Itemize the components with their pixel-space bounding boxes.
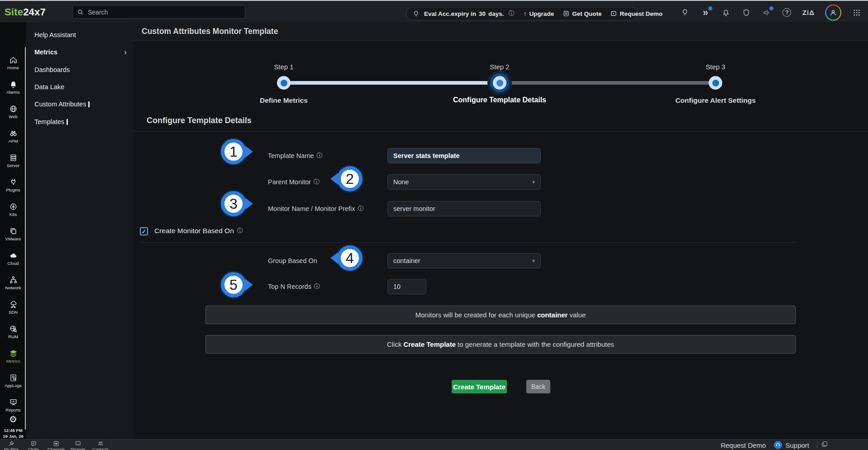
back-button[interactable]: Back (526, 380, 550, 393)
submenu-item-help-assistant[interactable]: Help Assistant (26, 27, 133, 43)
rail-item-web[interactable]: Web (0, 100, 26, 124)
template-name-input[interactable] (387, 148, 541, 163)
rail-item-applogs[interactable]: AppLogs (0, 369, 26, 393)
upgrade-arrow-icon: ↑ (524, 10, 527, 17)
rail-item-alarms[interactable]: Alarms (0, 76, 26, 99)
info-icon[interactable]: ⓘ (317, 152, 323, 160)
web-globe-icon (9, 105, 18, 113)
callout-5: 5 (221, 272, 246, 297)
notifications-bell-icon[interactable] (721, 8, 731, 18)
rail-item-plugins[interactable]: Plugins (0, 173, 26, 197)
submenu-item-data-lake[interactable]: Data Lake (26, 79, 133, 95)
announcements-megaphone-icon[interactable] (762, 8, 772, 18)
step2-name: Configure Template Details (453, 96, 546, 104)
rail-label: K8s (10, 212, 17, 217)
rail-label: Alarms (6, 90, 20, 95)
eval-info-icon[interactable]: ⓘ (509, 10, 515, 18)
whats-new-bulb-icon[interactable] (680, 8, 690, 18)
rail-scrollbar[interactable] (25, 47, 26, 430)
bb-label: Chats (28, 447, 39, 450)
info-icon[interactable]: ⓘ (314, 282, 320, 291)
create-monitor-checkbox[interactable]: ✓ (140, 227, 148, 235)
top-n-records-input[interactable] (387, 279, 426, 294)
check-icon: ✓ (142, 228, 147, 235)
top-n-records-label: Top N Records ⓘ (268, 279, 320, 294)
global-search[interactable] (72, 5, 245, 19)
rail-label: SDN (9, 310, 18, 315)
bb-item-contacts[interactable]: Contacts (92, 440, 109, 450)
wizard-line-done (284, 81, 500, 85)
rail-item-metrics[interactable]: Metrics (0, 345, 26, 368)
rail-item-sdn[interactable]: SDN (0, 296, 26, 319)
contacts-people-icon (97, 440, 104, 447)
rail-item-cloud[interactable]: Cloud (0, 247, 26, 270)
bottombar-right: Request Demo Support (720, 440, 809, 450)
rail-label: VMware (5, 236, 21, 241)
rail-item-home[interactable]: Home (0, 51, 26, 75)
rail-item-k8s[interactable]: K8s (0, 198, 26, 221)
upgrade-button[interactable]: ↑ Upgrade (524, 10, 554, 17)
submenu-item-metrics[interactable]: Metrics › (26, 44, 133, 60)
info-icon[interactable]: ⓘ (237, 227, 243, 235)
create-template-button[interactable]: Create Template (452, 380, 507, 393)
search-icon (77, 9, 84, 16)
parent-monitor-label: Parent Monitor ⓘ (268, 174, 320, 190)
help-icon[interactable]: ? (782, 8, 792, 18)
announcement-dot (769, 6, 773, 10)
wizard-step3-dot[interactable] (709, 76, 722, 90)
bb-item-chats[interactable]: Chats (28, 440, 39, 450)
request-demo-button[interactable]: Request Demo (610, 10, 663, 17)
submenu-label: Custom Attributes (34, 101, 86, 108)
info-icon[interactable]: ⓘ (314, 178, 320, 186)
rail-item-settings[interactable]: ⚙ (0, 412, 26, 426)
bb-support-label: Support (785, 441, 809, 449)
eval-text-prefix: Eval Acc.expiry in (424, 10, 476, 17)
bb-support-link[interactable]: Support (774, 441, 809, 449)
quick-actions-icon[interactable]: » (701, 8, 711, 18)
bb-label: Contacts (92, 447, 109, 450)
topbar: Site24x7 Eval Acc.expiry in 30 days. ⓘ ↑… (0, 1, 868, 22)
upgrade-label: Upgrade (529, 10, 554, 17)
rail-label: AppLogs (5, 383, 22, 388)
bb-label: My Pins (4, 447, 19, 450)
rail-item-network[interactable]: Network (0, 271, 26, 295)
submenu-item-templates[interactable]: Templates (26, 114, 133, 129)
applogs-doc-search-icon (9, 373, 18, 382)
monitor-name-input[interactable] (387, 201, 541, 216)
group-based-on-select[interactable]: container ▾ (387, 253, 541, 268)
bb-item-my-pins[interactable]: My Pins (4, 440, 19, 450)
rail-item-rum[interactable]: RUM (0, 320, 26, 344)
submenu-item-dashboards[interactable]: Dashboards (26, 62, 133, 77)
shield-icon[interactable] (741, 8, 751, 18)
rail-label: Network (5, 285, 21, 290)
site24x7-logo[interactable]: Site24x7 (5, 6, 46, 18)
wizard-step2-dot[interactable] (493, 76, 506, 90)
text-cursor-mark (88, 101, 90, 107)
rail-item-server[interactable]: Server (0, 149, 26, 172)
wizard-step1-dot[interactable] (277, 76, 291, 90)
copy-stack-icon[interactable] (821, 440, 828, 448)
cloud-icon (9, 251, 18, 260)
request-demo-label: Request Demo (620, 10, 663, 17)
network-topology-icon (9, 276, 18, 284)
get-quote-button[interactable]: Get Quote (563, 10, 601, 17)
callout-number: 4 (346, 250, 354, 267)
submenu-label: Data Lake (34, 83, 64, 91)
zia-assistant-icon[interactable]: ZiΔ (802, 8, 815, 18)
page-title: Custom Attributes Monitor Template (142, 27, 278, 36)
info-icon[interactable]: ⓘ (358, 205, 364, 213)
rail-item-vmware[interactable]: VMware (0, 222, 26, 246)
bb-item-threads[interactable]: Threads (70, 440, 85, 450)
avatar[interactable] (825, 5, 841, 21)
double-chevron-glyph: » (703, 7, 708, 19)
rail-item-apm[interactable]: APM (0, 124, 26, 148)
parent-monitor-select[interactable]: None ▾ (387, 174, 541, 190)
account-actions-pill: Eval Acc.expiry in 30 days. ⓘ ↑ Upgrade … (406, 7, 638, 20)
apps-grid-icon[interactable] (852, 8, 862, 18)
bb-request-demo-link[interactable]: Request Demo (720, 441, 766, 449)
notification-dot (708, 6, 712, 10)
search-input[interactable] (88, 9, 241, 16)
rail-label: Plugins (6, 187, 20, 192)
submenu-item-custom-attributes[interactable]: Custom Attributes (26, 96, 133, 112)
bb-item-channels[interactable]: Channels (48, 440, 65, 450)
